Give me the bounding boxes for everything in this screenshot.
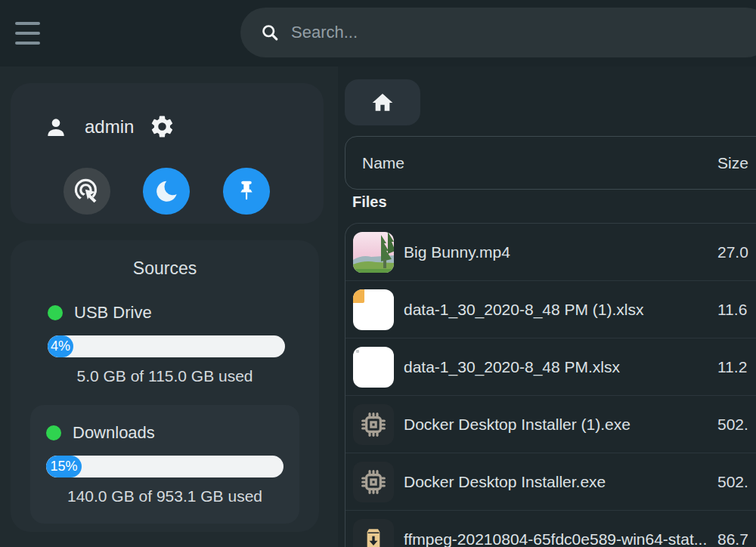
column-header-name[interactable]: Name: [362, 154, 404, 172]
single-click-toggle-button[interactable]: [64, 168, 110, 215]
source-usb-drive[interactable]: USB Drive 4% 5.0 GB of 115.0 GB used: [11, 303, 319, 385]
spreadsheet-file-icon: [353, 289, 394, 330]
moon-icon: [153, 178, 180, 205]
source-name: Downloads: [73, 423, 155, 443]
file-row[interactable]: ffmpeg-20210804-65fdc0e589-win64-stat...…: [345, 511, 756, 547]
user-icon: [44, 115, 68, 139]
files-section-label: Files: [352, 193, 387, 211]
usage-text: 140.0 GB of 953.1 GB used: [30, 487, 299, 505]
username-label: admin: [85, 116, 134, 138]
top-bar: [0, 0, 756, 66]
file-browser-app: admin: [0, 0, 756, 547]
usage-progress-fill: 4%: [48, 335, 73, 357]
usage-text: 5.0 GB of 115.0 GB used: [11, 367, 319, 385]
usage-progress-bar: 4%: [48, 335, 285, 357]
single-click-icon: [73, 177, 101, 206]
source-downloads[interactable]: Downloads 15% 140.0 GB of 953.1 GB used: [30, 405, 299, 524]
user-row: admin: [44, 113, 175, 140]
file-size: 86.7: [717, 530, 748, 547]
sources-panel: Sources USB Drive 4% 5.0 GB of 115.0 GB …: [11, 240, 319, 532]
settings-gear-icon[interactable]: [149, 113, 175, 140]
file-name: Big Bunny.mp4: [404, 243, 510, 261]
file-row[interactable]: Big Bunny.mp4 27.0: [345, 224, 756, 281]
home-icon: [370, 91, 395, 115]
list-header: Name Size: [345, 136, 756, 190]
file-size: 11.6: [717, 301, 747, 319]
file-row[interactable]: data-1_30_2020-8_48 PM (1).xlsx 11.6: [345, 281, 756, 338]
file-row[interactable]: Docker Desktop Installer.exe 502.: [345, 453, 756, 511]
file-row[interactable]: data-1_30_2020-8_48 PM.xlsx 11.2: [345, 338, 756, 396]
file-row[interactable]: Docker Desktop Installer (1).exe 502.: [345, 396, 756, 453]
file-name: Docker Desktop Installer (1).exe: [404, 416, 631, 434]
video-thumbnail-icon: [353, 232, 394, 273]
file-name: data-1_30_2020-8_48 PM.xlsx: [404, 358, 620, 376]
column-header-size[interactable]: Size: [717, 154, 748, 172]
file-size: 502.: [717, 416, 748, 434]
executable-chip-icon: [353, 462, 394, 502]
executable-chip-icon: [353, 404, 394, 445]
dark-mode-toggle-button[interactable]: [143, 168, 190, 215]
usage-progress-fill: 15%: [46, 456, 82, 477]
file-rows: Big Bunny.mp4 27.0 data-1_30_2020-8_48 P…: [345, 223, 756, 547]
sources-title: Sources: [11, 240, 319, 279]
sidebar: admin: [0, 66, 338, 547]
status-dot: [46, 425, 61, 440]
search-input[interactable]: [290, 22, 756, 43]
pin-icon: [234, 178, 259, 204]
source-name: USB Drive: [74, 303, 152, 323]
file-name: ffmpeg-20210804-65fdc0e589-win64-stat...: [404, 530, 707, 547]
pin-button[interactable]: [223, 168, 270, 215]
archive-download-icon: [353, 519, 394, 547]
home-button[interactable]: [345, 79, 420, 125]
spreadsheet-file-icon: [353, 347, 394, 388]
user-card: admin: [11, 83, 324, 224]
file-size: 502.: [717, 473, 748, 491]
file-size: 27.0: [717, 243, 748, 261]
hamburger-menu-icon[interactable]: [15, 22, 40, 45]
status-dot: [48, 305, 63, 320]
file-name: Docker Desktop Installer.exe: [404, 473, 606, 491]
file-name: data-1_30_2020-8_48 PM (1).xlsx: [404, 301, 644, 319]
search-bar[interactable]: [240, 8, 756, 57]
search-icon: [260, 23, 280, 43]
usage-progress-bar: 15%: [46, 456, 284, 477]
file-size: 11.2: [717, 358, 747, 376]
file-listing-area: Name Size Files: [338, 66, 756, 547]
